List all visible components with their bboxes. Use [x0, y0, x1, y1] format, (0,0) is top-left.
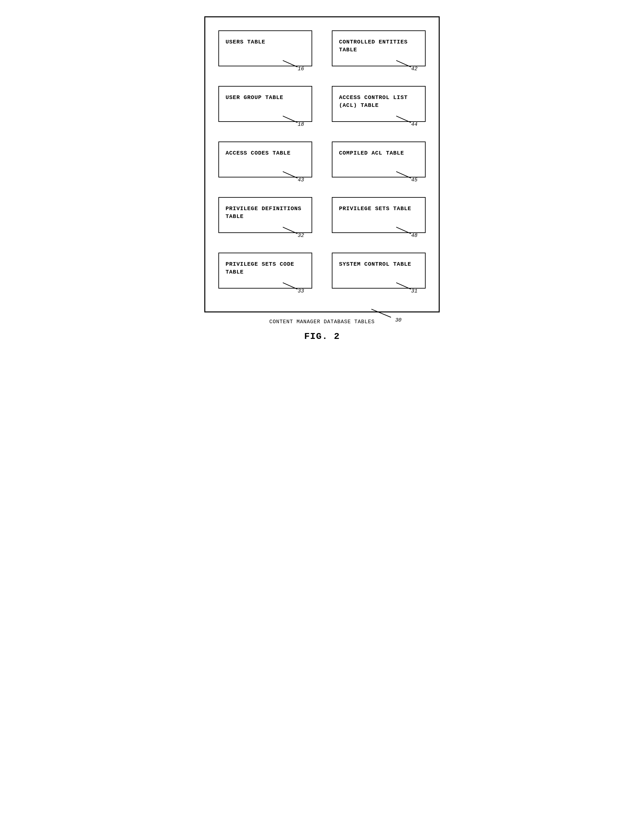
user-group-number: 18 [298, 121, 304, 128]
privilege-sets-wrapper: PRIVILEGE SETS TABLE 48 [332, 197, 426, 239]
privilege-defs-number: 32 [298, 233, 304, 239]
diagram-border: USERS TABLE 16 CONTROLLED ENTITIES TABLE [204, 16, 440, 312]
privilege-sets-code-label: PRIVILEGE SETS CODE TABLE [226, 260, 305, 276]
controlled-entities-number: 42 [411, 66, 417, 72]
acl-wrapper: ACCESS CONTROL LIST (ACL) TABLE 44 [332, 86, 426, 128]
diagram-caption: CONTENT MANAGER DATABASE TABLES [269, 319, 375, 325]
privilege-sets-ref: 48 [396, 226, 416, 237]
page-container: USERS TABLE 16 CONTROLLED ENTITIES TABLE [194, 6, 450, 351]
acl-label: ACCESS CONTROL LIST (ACL) TABLE [339, 94, 418, 110]
caption-container: CONTENT MANAGER DATABASE TABLES 30 [204, 319, 440, 325]
privilege-sets-code-wrapper: PRIVILEGE SETS CODE TABLE 33 [218, 253, 312, 295]
compiled-acl-number: 45 [411, 177, 417, 183]
privilege-sets-code-ref: 33 [283, 281, 303, 293]
svg-line-8 [283, 283, 298, 289]
svg-line-7 [396, 227, 411, 234]
access-codes-ref: 43 [283, 170, 303, 181]
users-table-wrapper: USERS TABLE 16 [218, 31, 312, 73]
caption-ref-line-svg [371, 307, 398, 321]
access-codes-wrapper: ACCESS CODES TABLE 43 [218, 142, 312, 184]
system-control-wrapper: SYSTEM CONTROL TABLE 31 [332, 253, 426, 295]
figure-label: FIG. 2 [204, 331, 440, 341]
tables-grid: USERS TABLE 16 CONTROLLED ENTITIES TABLE [218, 31, 426, 295]
svg-line-5 [396, 171, 411, 178]
users-table-number: 16 [298, 66, 304, 72]
svg-line-1 [396, 60, 411, 67]
svg-line-9 [396, 283, 411, 289]
svg-line-0 [283, 60, 298, 67]
caption-number: 30 [395, 317, 401, 323]
compiled-acl-ref: 45 [396, 170, 416, 181]
access-codes-number: 43 [298, 177, 304, 183]
privilege-defs-label: PRIVILEGE DEFINITIONS TABLE [226, 205, 305, 221]
access-codes-label: ACCESS CODES TABLE [226, 149, 305, 157]
caption-with-ref: CONTENT MANAGER DATABASE TABLES 30 [269, 319, 375, 325]
privilege-defs-ref: 32 [283, 226, 303, 237]
controlled-entities-wrapper: CONTROLLED ENTITIES TABLE 42 [332, 31, 426, 73]
users-table-label: USERS TABLE [226, 38, 305, 46]
svg-line-6 [283, 227, 298, 234]
user-group-wrapper: USER GROUP TABLE 18 [218, 86, 312, 128]
user-group-ref: 18 [283, 115, 303, 126]
acl-number: 44 [411, 121, 417, 128]
privilege-sets-code-number: 33 [298, 288, 304, 294]
system-control-label: SYSTEM CONTROL TABLE [339, 260, 418, 268]
compiled-acl-wrapper: COMPILED ACL TABLE 45 [332, 142, 426, 184]
system-control-number: 31 [411, 288, 417, 294]
privilege-sets-number: 48 [411, 233, 417, 239]
system-control-ref: 31 [396, 281, 416, 293]
privilege-sets-label: PRIVILEGE SETS TABLE [339, 205, 418, 213]
svg-line-2 [283, 116, 298, 123]
controlled-entities-ref: 42 [396, 59, 416, 70]
svg-line-10 [371, 309, 391, 317]
users-table-ref: 16 [283, 59, 303, 70]
compiled-acl-label: COMPILED ACL TABLE [339, 149, 418, 157]
privilege-defs-wrapper: PRIVILEGE DEFINITIONS TABLE 32 [218, 197, 312, 239]
svg-line-4 [283, 171, 298, 178]
acl-ref: 44 [396, 115, 416, 126]
svg-line-3 [396, 116, 411, 123]
user-group-label: USER GROUP TABLE [226, 94, 305, 102]
controlled-entities-label: CONTROLLED ENTITIES TABLE [339, 38, 418, 54]
